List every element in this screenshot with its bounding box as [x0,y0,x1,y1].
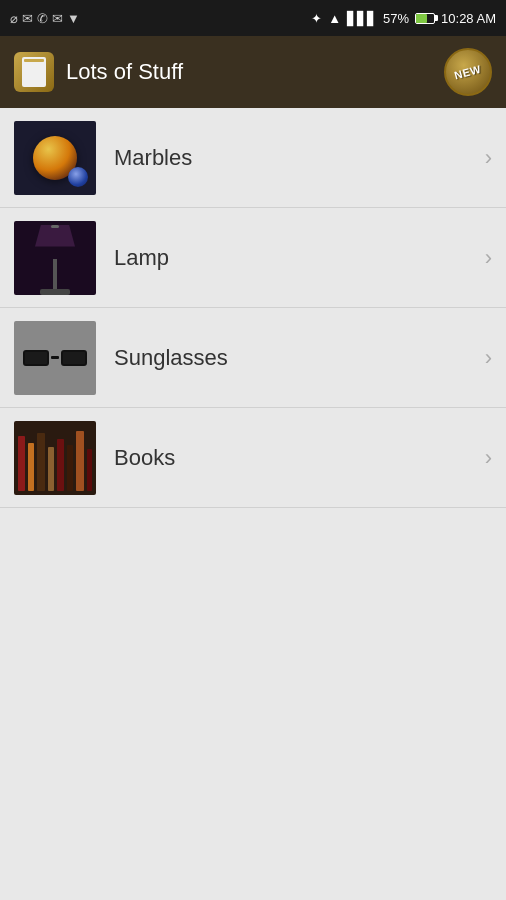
time-display: 10:28 AM [441,11,496,26]
status-icons-left: ⌀ ✉ ✆ ✉ ▼ [10,11,80,26]
thumbnail-marbles [14,121,96,195]
item-label-sunglasses: Sunglasses [114,345,485,371]
book-7 [76,431,84,491]
wifi-icon: ▲ [328,11,341,26]
item-label-lamp: Lamp [114,245,485,271]
item-list: Marbles › Lamp › Sunglasses › [0,108,506,508]
chevron-right-icon: › [485,145,492,171]
book-6 [67,445,73,491]
left-lens [23,350,49,366]
app-bar: Lots of Stuff NEW [0,36,506,108]
usb-icon: ⌀ [10,11,18,26]
app-icon-inner [22,57,46,87]
lamp-base [40,289,70,295]
bridge [51,356,59,359]
book-4 [48,447,53,491]
app-icon [14,52,54,92]
download-icon: ▼ [67,11,80,26]
list-item-lamp[interactable]: Lamp › [0,208,506,308]
missed-call-icon: ✆ [37,11,48,26]
right-lens [61,350,87,366]
list-item-books[interactable]: Books › [0,408,506,508]
email2-icon: ✉ [52,11,63,26]
item-label-marbles: Marbles [114,145,485,171]
chevron-right-icon: › [485,245,492,271]
lamp-shade [35,225,75,247]
battery-icon [415,13,435,24]
list-item-marbles[interactable]: Marbles › [0,108,506,208]
book-1 [18,436,25,491]
book-3 [37,433,45,491]
new-badge[interactable]: NEW [444,48,492,96]
signal-icon: ▋▋▋ [347,11,377,26]
item-label-books: Books [114,445,485,471]
thumbnail-books [14,421,96,495]
app-bar-title-group: Lots of Stuff [14,52,183,92]
status-icons-right: ✦ ▲ ▋▋▋ 57% 10:28 AM [311,11,496,26]
new-badge-label: NEW [453,63,482,82]
chevron-right-icon: › [485,345,492,371]
thumbnail-sunglasses [14,321,96,395]
app-title: Lots of Stuff [66,59,183,85]
sunglasses-shape [23,350,87,366]
email-icon: ✉ [22,11,33,26]
battery-percent: 57% [383,11,409,26]
list-item-sunglasses[interactable]: Sunglasses › [0,308,506,408]
status-bar: ⌀ ✉ ✆ ✉ ▼ ✦ ▲ ▋▋▋ 57% 10:28 AM [0,0,506,36]
bluetooth-icon: ✦ [311,11,322,26]
book-5 [57,439,64,491]
book-2 [28,443,34,491]
book-8 [87,449,92,491]
thumbnail-lamp [14,221,96,295]
chevron-right-icon: › [485,445,492,471]
